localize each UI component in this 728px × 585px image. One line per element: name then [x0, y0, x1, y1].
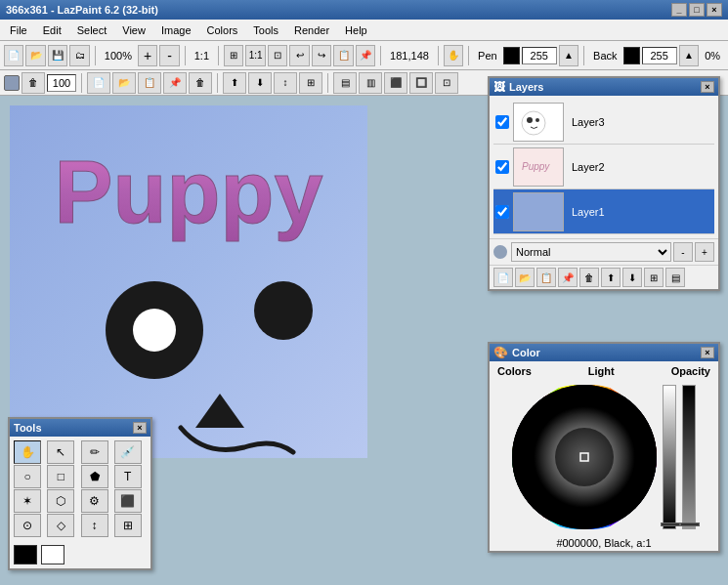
layer-row-1[interactable]: Layer1	[493, 189, 714, 234]
tb2-icon1[interactable]: 🗑	[21, 72, 45, 94]
tb2-icon13[interactable]: ⬛	[384, 72, 407, 94]
tb2-icon15[interactable]: ⊡	[435, 72, 458, 94]
menu-help[interactable]: Help	[337, 22, 375, 38]
layer-color-icon	[493, 245, 507, 259]
tb2-icon3[interactable]: 📂	[112, 72, 136, 94]
polygon-tool[interactable]: ⬟	[81, 465, 108, 488]
back-color-box[interactable]	[623, 47, 640, 64]
background-color[interactable]	[41, 545, 64, 564]
layer1-visible[interactable]	[495, 205, 509, 219]
menu-render[interactable]: Render	[286, 22, 337, 38]
tb2-icon10[interactable]: ⊞	[299, 72, 322, 94]
color-close-button[interactable]: ×	[701, 347, 714, 358]
resize-tool[interactable]: ↕	[81, 514, 108, 537]
new-button[interactable]: 📄	[4, 45, 23, 66]
gear-tool[interactable]: ⚙	[81, 489, 108, 513]
color-wheel-wrap[interactable]	[512, 385, 657, 531]
menu-colors[interactable]: Colors	[199, 22, 246, 38]
opacity-slider[interactable]	[682, 385, 696, 529]
layer2-visible[interactable]	[495, 160, 509, 174]
up-layer-btn[interactable]: ⬆	[601, 268, 621, 287]
tb2-icon6[interactable]: 🗑	[189, 72, 212, 94]
ellipse-tool[interactable]: ○	[14, 465, 41, 488]
zoom-in-button[interactable]: +	[138, 45, 157, 66]
undo-button[interactable]: ↩	[289, 45, 309, 66]
pen-up-button[interactable]: ▲	[559, 45, 578, 66]
pen-value-input[interactable]	[522, 47, 557, 64]
layer-row-3[interactable]: Layer3	[493, 100, 714, 145]
hand-tool-button[interactable]: ✋	[444, 45, 463, 66]
tb2-icon4[interactable]: 📋	[138, 72, 161, 94]
pencil-tool[interactable]: ✏	[81, 440, 108, 464]
diamond-tool[interactable]: ◇	[47, 514, 74, 537]
copy-layer-btn[interactable]: 📋	[536, 268, 556, 287]
blend-mode-select[interactable]: Normal Multiply Screen Overlay	[511, 242, 671, 262]
hex-tool[interactable]: ⬡	[47, 489, 74, 513]
text-tool[interactable]: T	[114, 465, 142, 488]
paste-layer-btn[interactable]: 📌	[558, 268, 578, 287]
rect-tool[interactable]: □	[47, 465, 74, 488]
layer-value-input[interactable]	[47, 74, 76, 92]
coords-label: 181,148	[386, 50, 433, 62]
tb2-icon7[interactable]: ⬆	[223, 72, 246, 94]
tb2-icon14[interactable]: 🔲	[409, 72, 433, 94]
opacity-slider-container	[682, 385, 696, 531]
save-button[interactable]: 💾	[48, 45, 67, 66]
menu-view[interactable]: View	[114, 22, 153, 38]
down-layer-btn[interactable]: ⬇	[622, 268, 642, 287]
eyedropper-tool[interactable]: 💉	[114, 440, 142, 464]
menu-file[interactable]: File	[2, 22, 35, 38]
zoom-in-layer[interactable]: +	[695, 242, 714, 262]
open-button[interactable]: 📂	[25, 45, 45, 66]
layer3-visible[interactable]	[495, 115, 509, 129]
opacity-label: Opacity	[671, 365, 710, 377]
paste-button[interactable]: 📌	[356, 45, 375, 66]
zoom-fit2-button[interactable]: ⊡	[268, 45, 287, 66]
copy-button[interactable]: 📋	[333, 45, 353, 66]
tb2-icon2[interactable]: 📄	[87, 72, 110, 94]
zoom-fit-button[interactable]: ⊞	[224, 45, 243, 66]
pen-label: Pen	[474, 50, 501, 62]
flatten-layer-btn[interactable]: ▤	[665, 268, 685, 287]
zoom-out-layer[interactable]: -	[673, 242, 693, 262]
tb2-icon5[interactable]: 📌	[163, 72, 187, 94]
menu-edit[interactable]: Edit	[35, 22, 69, 38]
tb2-icon8[interactable]: ⬇	[248, 72, 272, 94]
select-tool[interactable]: ↖	[47, 440, 74, 464]
zoom-out-button[interactable]: -	[159, 45, 179, 66]
back-value-input[interactable]	[642, 47, 677, 64]
foreground-color[interactable]	[14, 545, 37, 564]
close-button[interactable]: ×	[707, 3, 722, 17]
maximize-button[interactable]: □	[689, 3, 705, 17]
minimize-button[interactable]: _	[671, 3, 687, 17]
grid-tool[interactable]: ⊞	[114, 514, 142, 537]
drawing-canvas[interactable]: Puppy	[10, 105, 367, 458]
fill-tool[interactable]: ⬛	[114, 489, 142, 513]
open-layer-btn[interactable]: 📂	[515, 268, 535, 287]
layer-row-2[interactable]: Puppy Layer2	[493, 145, 714, 189]
menu-tools[interactable]: Tools	[245, 22, 286, 38]
hand-tool[interactable]: ✋	[14, 440, 41, 464]
zoom-100-button[interactable]: 1:1	[245, 45, 265, 66]
back-up-button[interactable]: ▲	[679, 45, 699, 66]
merge-layer-btn[interactable]: ⊞	[644, 268, 664, 287]
new-layer-btn[interactable]: 📄	[493, 268, 513, 287]
menu-image[interactable]: Image	[153, 22, 199, 38]
tb2-icon9[interactable]: ↕	[274, 72, 297, 94]
tb2-icon11[interactable]: ▤	[333, 72, 357, 94]
save-all-button[interactable]: 🗂	[69, 45, 89, 66]
pen-color-box[interactable]	[503, 47, 520, 64]
delete-layer-btn[interactable]: 🗑	[579, 268, 599, 287]
tb2-icon12[interactable]: ▥	[359, 72, 382, 94]
tools-close-button[interactable]: ×	[133, 422, 147, 434]
layers-close-button[interactable]: ×	[701, 81, 714, 93]
svg-point-4	[254, 281, 313, 340]
color-wheel[interactable]	[512, 385, 657, 529]
redo-button[interactable]: ↪	[312, 45, 331, 66]
menu-select[interactable]: Select	[69, 22, 115, 38]
wand-tool[interactable]: ✶	[14, 489, 41, 513]
light-slider[interactable]	[663, 385, 676, 529]
circ-tool[interactable]: ⊙	[14, 514, 41, 537]
sep2	[185, 46, 186, 65]
sep4	[380, 46, 381, 65]
